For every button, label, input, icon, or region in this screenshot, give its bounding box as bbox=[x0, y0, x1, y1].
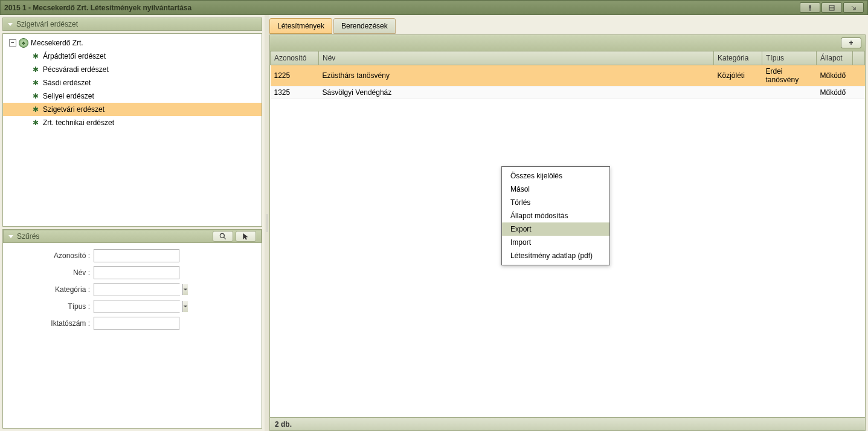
svg-line-5 bbox=[223, 237, 226, 239]
leaf-icon bbox=[31, 118, 40, 128]
filter-combo-kategoria[interactable] bbox=[97, 284, 182, 295]
leaf-icon bbox=[31, 78, 40, 88]
leaf-icon bbox=[31, 105, 40, 114]
tree-item[interactable]: Pécsváradi erdészet bbox=[3, 63, 262, 76]
filter-input-nev[interactable] bbox=[94, 266, 179, 279]
filter-input-azonosito[interactable] bbox=[94, 249, 179, 262]
tab[interactable]: Berendezések bbox=[333, 18, 396, 34]
table-row[interactable]: 1225Ezüsthárs tanösvényKözjólétiErdei ta… bbox=[271, 65, 865, 86]
search-button[interactable] bbox=[213, 231, 233, 242]
filter-label-iktatoszam: Iktatószám : bbox=[11, 319, 94, 328]
tree-item-label: Sásdi erdészet bbox=[43, 79, 91, 87]
filter-panel-header[interactable]: Szűrés bbox=[3, 230, 262, 243]
svg-rect-1 bbox=[809, 9, 811, 10]
tree-panel-title: Szigetvári erdészet bbox=[16, 20, 257, 28]
add-button[interactable]: + bbox=[841, 37, 861, 48]
menu-item[interactable]: Import bbox=[502, 236, 609, 249]
leaf-icon bbox=[31, 65, 40, 74]
cell-allapot: Működő bbox=[817, 86, 853, 99]
tree-root-label: Mecsekerdő Zrt. bbox=[31, 39, 83, 47]
column-header[interactable]: Állapot bbox=[817, 51, 853, 65]
grid-footer: 2 db. bbox=[270, 417, 865, 430]
filter-input-iktatoszam[interactable] bbox=[94, 317, 179, 330]
cell-nev: Sásvölgyi Vendégház bbox=[319, 86, 714, 99]
tab[interactable]: Létesítmények bbox=[269, 18, 332, 34]
tree-item[interactable]: Szigetvári erdészet bbox=[3, 103, 262, 116]
tree-item-label: Árpádtetői erdészet bbox=[43, 52, 106, 60]
svg-rect-0 bbox=[809, 5, 811, 8]
caret-down-icon bbox=[8, 23, 13, 26]
leaf-icon bbox=[31, 51, 40, 61]
tree-collapse-icon[interactable]: − bbox=[9, 39, 16, 47]
tree-item[interactable]: Árpádtetői erdészet bbox=[3, 50, 262, 63]
splitter[interactable] bbox=[265, 15, 269, 431]
caret-down-icon bbox=[8, 235, 13, 238]
cell-allapot: Működő bbox=[817, 65, 853, 86]
cell-azonosito: 1225 bbox=[271, 65, 319, 86]
window-title-bar: 2015 1 - Mecsekerdő Zrt. Létesítmények n… bbox=[0, 0, 868, 15]
cell-tipus: Erdei tanösvény bbox=[762, 65, 817, 86]
tree-root-item[interactable]: −Mecsekerdő Zrt. bbox=[3, 36, 262, 50]
tree-item[interactable]: Sellyei erdészet bbox=[3, 89, 262, 103]
filter-panel-title: Szűrés bbox=[17, 232, 209, 241]
column-header[interactable]: Azonosító bbox=[271, 51, 319, 65]
tree-item-label: Sellyei erdészet bbox=[43, 92, 94, 100]
cursor-button[interactable] bbox=[236, 231, 256, 242]
cell-nev: Ezüsthárs tanösvény bbox=[319, 65, 714, 86]
tree-item-label: Zrt. technikai erdészet bbox=[43, 118, 114, 127]
column-spacer bbox=[853, 51, 865, 65]
tree-panel: −Mecsekerdő Zrt.Árpádtetői erdészetPécsv… bbox=[2, 33, 262, 227]
menu-item[interactable]: Export bbox=[502, 222, 609, 236]
tree-item-label: Szigetvári erdészet bbox=[43, 105, 104, 114]
tree-item[interactable]: Sásdi erdészet bbox=[3, 76, 262, 89]
menu-item[interactable]: Összes kijelölés bbox=[502, 169, 609, 183]
menu-item[interactable]: Állapot módosítás bbox=[502, 209, 609, 222]
filter-label-kategoria: Kategória : bbox=[11, 285, 94, 294]
minimize-arrow-button[interactable] bbox=[843, 2, 864, 13]
cell-tipus bbox=[762, 86, 817, 99]
filter-combo-tipus[interactable] bbox=[97, 301, 182, 312]
filter-label-azonosito: Azonosító : bbox=[11, 251, 94, 260]
column-header[interactable]: Típus bbox=[762, 51, 817, 65]
tree-item-label: Pécsváradi erdészet bbox=[43, 65, 109, 74]
menu-item[interactable]: Másol bbox=[502, 183, 609, 196]
filter-label-tipus: Típus : bbox=[11, 302, 94, 311]
dropdown-trigger[interactable] bbox=[182, 284, 188, 295]
tree-panel-header[interactable]: Szigetvári erdészet bbox=[2, 18, 262, 31]
table-row[interactable]: 1325Sásvölgyi VendégházMűködő bbox=[271, 86, 865, 99]
cell-kategoria: Közjóléti bbox=[714, 65, 762, 86]
dropdown-trigger[interactable] bbox=[182, 301, 188, 312]
menu-item[interactable]: Létesítmény adatlap (pdf) bbox=[502, 249, 609, 262]
tree-item[interactable]: Zrt. technikai erdészet bbox=[3, 116, 262, 129]
globe-icon bbox=[19, 38, 28, 48]
leaf-icon bbox=[31, 91, 40, 101]
filter-label-nev: Név : bbox=[11, 268, 94, 277]
column-header[interactable]: Név bbox=[319, 51, 714, 65]
context-menu: Összes kijelölésMásolTörlésÁllapot módos… bbox=[501, 166, 610, 265]
cell-azonosito: 1325 bbox=[271, 86, 319, 99]
window-title: 2015 1 - Mecsekerdő Zrt. Létesítmények n… bbox=[4, 4, 800, 12]
restore-button[interactable] bbox=[821, 2, 842, 13]
menu-item[interactable]: Törlés bbox=[502, 196, 609, 209]
alert-button[interactable] bbox=[800, 2, 820, 13]
column-header[interactable]: Kategória bbox=[714, 51, 762, 65]
cell-kategoria bbox=[714, 86, 762, 99]
